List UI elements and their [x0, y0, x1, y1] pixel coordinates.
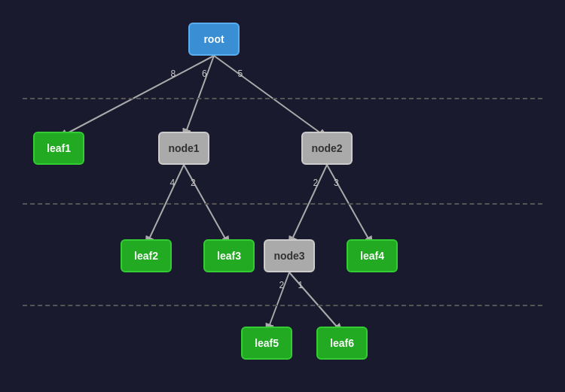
- node-leaf1: leaf1: [33, 132, 84, 165]
- divider-2: [23, 305, 542, 306]
- svg-line-1: [59, 56, 214, 138]
- svg-line-8: [267, 272, 289, 333]
- divider-1: [23, 203, 542, 205]
- node-leaf6: leaf6: [316, 327, 368, 360]
- edge-label-node2-leaf4: 3: [334, 178, 339, 188]
- edge-label-node3-leaf6: 1: [298, 280, 304, 290]
- edge-label-node1-leaf2: 4: [170, 178, 176, 188]
- edge-label-root-node2: 5: [238, 68, 243, 79]
- edge-label-root-node1: 6: [202, 68, 207, 79]
- node-node3: node3: [264, 239, 315, 272]
- node-leaf2: leaf2: [121, 239, 172, 272]
- edge-label-node3-leaf5: 2: [279, 280, 285, 290]
- node-leaf4: leaf4: [347, 239, 398, 272]
- svg-line-9: [289, 272, 342, 333]
- node-leaf3: leaf3: [203, 239, 255, 272]
- svg-line-6: [289, 165, 327, 245]
- edge-label-node2-node3: 2: [313, 178, 319, 188]
- node-node1: node1: [158, 132, 209, 165]
- divider-0: [23, 98, 542, 99]
- edge-label-node1-leaf3: 2: [191, 178, 196, 188]
- node-root: root: [188, 23, 240, 56]
- svg-line-2: [184, 56, 214, 138]
- node-leaf5: leaf5: [241, 327, 292, 360]
- tree-diagram: rootleaf1node1node2leaf2leaf3node3leaf4l…: [0, 0, 565, 392]
- svg-line-4: [146, 165, 184, 245]
- edge-label-root-leaf1: 8: [171, 68, 176, 79]
- svg-line-3: [214, 56, 327, 138]
- node-node2: node2: [301, 132, 353, 165]
